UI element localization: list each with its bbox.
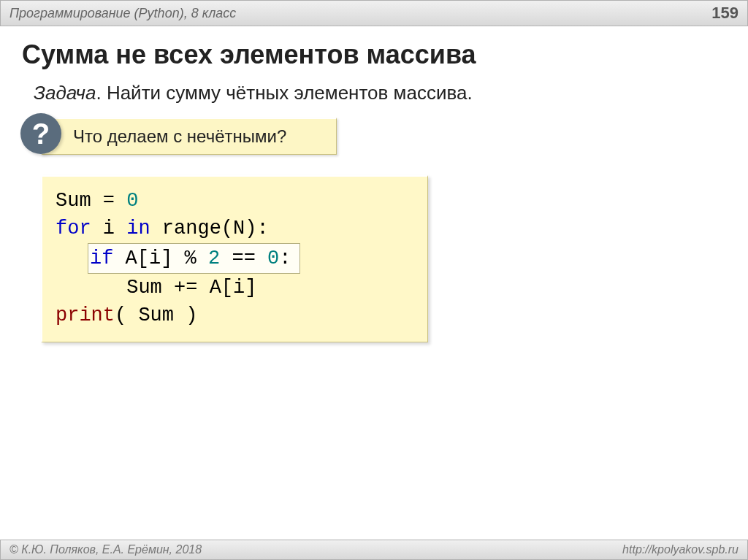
- question-text: Что делаем с нечётными?: [41, 118, 337, 155]
- question-mark-icon: ?: [20, 113, 61, 154]
- task-label: Задача: [34, 82, 96, 104]
- footer-bar: © К.Ю. Поляков, Е.А. Ерёмин, 2018 http:/…: [0, 540, 748, 560]
- code-line-5: print( Sum ): [56, 302, 414, 329]
- page-title: Сумма не всех элементов массива: [0, 26, 748, 77]
- code-block: Sum = 0 for i in range(N): if A[i] % 2 =…: [41, 175, 428, 342]
- task-line: Задача. Найти сумму чётных элементов мас…: [0, 77, 748, 118]
- code-line-4: Sum += A[i]: [56, 274, 414, 302]
- code-line-2: for i in range(N):: [56, 215, 414, 242]
- question-box: ? Что делаем с нечётными?: [41, 118, 337, 155]
- copyright: © К.Ю. Поляков, Е.А. Ерёмин, 2018: [9, 543, 202, 556]
- task-text: . Найти сумму чётных элементов массива.: [96, 82, 472, 104]
- code-line-3: if A[i] % 2 == 0:: [56, 243, 414, 274]
- course-label: Программирование (Python), 8 класс: [9, 6, 236, 21]
- footer-url: http://kpolyakov.spb.ru: [622, 543, 739, 556]
- page-number: 159: [711, 4, 739, 23]
- code-line-1: Sum = 0: [56, 187, 414, 215]
- header-bar: Программирование (Python), 8 класс 159: [0, 0, 748, 26]
